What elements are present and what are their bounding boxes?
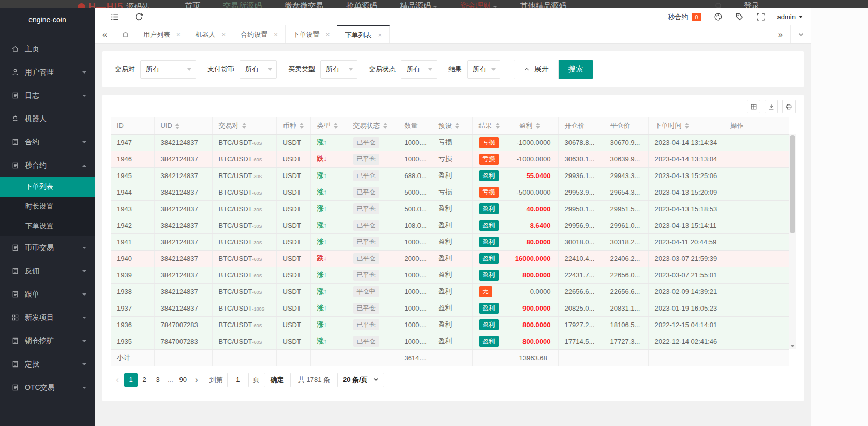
site-nav-item[interactable]: 微盘微交易: [285, 1, 323, 8]
table-row: 19473842124837BTC/USDT-60SUSDT涨↑已平仓1000.…: [111, 134, 789, 151]
column-header-类型[interactable]: 类型: [310, 117, 347, 134]
column-header-结果[interactable]: 结果: [472, 117, 513, 134]
sidebar-item-主页[interactable]: 主页: [0, 37, 95, 61]
tabs-menu-button[interactable]: [790, 25, 811, 43]
scrollbar-thumb[interactable]: [790, 135, 795, 233]
site-nav-item[interactable]: 首页: [185, 1, 200, 8]
refresh-icon[interactable]: [134, 12, 143, 21]
tab-合约设置[interactable]: 合约设置×: [233, 25, 286, 43]
chevron-down-icon: [268, 68, 272, 71]
tab-下单设置[interactable]: 下单设置×: [286, 25, 338, 43]
sidebar-item-label: 秒合约: [25, 161, 82, 170]
cell-amount: 1000....: [398, 151, 432, 167]
sort-icon[interactable]: [383, 123, 387, 129]
sidebar-subitem-下单列表[interactable]: 下单列表: [0, 177, 95, 197]
sidebar-subitem-下单设置[interactable]: 下单设置: [0, 216, 95, 236]
site-nav-item[interactable]: 资金理财: [460, 1, 497, 8]
search-icon[interactable]: [714, 2, 723, 8]
sort-icon[interactable]: [334, 123, 338, 129]
close-icon[interactable]: ×: [378, 31, 382, 39]
sort-icon[interactable]: [455, 123, 459, 129]
tab-下单列表[interactable]: 下单列表×: [337, 25, 390, 43]
sort-icon[interactable]: [300, 123, 304, 129]
sidebar-item-反佣[interactable]: 反佣: [0, 259, 95, 283]
fullscreen-icon[interactable]: [756, 12, 765, 21]
sidebar-item-合约[interactable]: 合约: [0, 130, 95, 154]
goto-confirm-button[interactable]: 确定: [264, 373, 291, 387]
sidebar-item-定投[interactable]: 定投: [0, 352, 95, 376]
sidebar-item-label: 新发项目: [25, 313, 82, 322]
sort-icon[interactable]: [242, 123, 246, 129]
site-login-link[interactable]: 登录: [744, 1, 759, 8]
prev-page-button[interactable]: ‹: [111, 373, 124, 387]
cell-status: 已平仓: [347, 134, 398, 151]
filter-select-支付货币[interactable]: 所有: [240, 60, 277, 79]
page-button-3[interactable]: 3: [151, 373, 164, 387]
page-button-90[interactable]: 90: [176, 373, 190, 387]
cell-amount: 688.0...: [398, 167, 432, 184]
site-nav-item[interactable]: 抢单源码: [346, 1, 377, 8]
close-icon[interactable]: ×: [176, 31, 181, 38]
sidebar-item-机器人[interactable]: 机器人: [0, 107, 95, 130]
page-button-2[interactable]: 2: [138, 373, 151, 387]
home-tab[interactable]: [115, 25, 136, 43]
sort-icon[interactable]: [536, 123, 540, 129]
site-nav-item[interactable]: 其他精品源码: [520, 1, 566, 8]
sort-icon[interactable]: [685, 123, 689, 129]
table-row: 19393842124837BTC/USDT-60SUSDT涨↑已平仓1000.…: [111, 267, 789, 283]
sidebar-item-新发项目[interactable]: 新发项目: [0, 306, 95, 329]
notice-button[interactable]: 秒合约 0: [668, 12, 701, 22]
user-menu[interactable]: admin: [777, 13, 803, 21]
column-header-盈利[interactable]: 盈利: [513, 117, 558, 134]
cell-time: 2023-04-13 15:25:06: [648, 167, 724, 184]
filter-select-结果[interactable]: 所有: [467, 60, 500, 79]
scrollbar-down-button[interactable]: [789, 343, 796, 349]
close-icon[interactable]: ×: [274, 31, 278, 38]
column-header-下单时间[interactable]: 下单时间: [648, 117, 724, 134]
tabs-scroll-left-button[interactable]: «: [95, 25, 115, 43]
column-header-交易对[interactable]: 交易对: [212, 117, 276, 134]
sidebar-subitem-时长设置[interactable]: 时长设置: [0, 197, 95, 216]
tag-icon[interactable]: [735, 12, 744, 21]
export-button[interactable]: [765, 100, 778, 113]
sidebar-item-币币交易[interactable]: 币币交易: [0, 236, 95, 259]
column-header-交易状态[interactable]: 交易状态: [347, 117, 398, 134]
next-page-button[interactable]: ›: [190, 373, 203, 387]
collapse-filters-button[interactable]: 展开: [514, 60, 559, 79]
site-nav-item[interactable]: 交易所源码: [223, 1, 262, 8]
tabs-scroll-right-button[interactable]: »: [770, 25, 790, 43]
sort-icon[interactable]: [175, 123, 179, 129]
sidebar-item-OTC交易[interactable]: OTC交易: [0, 376, 95, 399]
column-header-币种[interactable]: 币种: [276, 117, 310, 134]
filter-select-交易对[interactable]: 所有: [140, 60, 196, 79]
sidebar-item-锁仓挖矿[interactable]: 锁仓挖矿: [0, 329, 95, 352]
column-header-UID[interactable]: UID: [154, 117, 212, 134]
cell-profit: 0.0000: [513, 283, 558, 300]
goto-page-input[interactable]: [227, 373, 249, 387]
goto-prefix-label: 到第: [209, 375, 223, 385]
page-size-select[interactable]: 20 条/页: [337, 373, 384, 387]
sidebar-item-秒合约[interactable]: 秒合约: [0, 154, 95, 177]
close-icon[interactable]: ×: [326, 31, 330, 38]
cell-id: 1936: [111, 316, 154, 333]
collapse-menu-icon[interactable]: [110, 12, 119, 21]
filter-select-买卖类型[interactable]: 所有: [320, 60, 357, 79]
sort-icon[interactable]: [496, 123, 500, 129]
column-header-预设[interactable]: 预设: [432, 117, 472, 134]
close-icon[interactable]: ×: [222, 31, 226, 38]
filter-select-交易状态[interactable]: 所有: [401, 60, 437, 79]
search-button[interactable]: 搜索: [559, 60, 593, 79]
site-nav-item[interactable]: 精品源码: [400, 1, 437, 8]
tab-机器人[interactable]: 机器人×: [188, 25, 234, 43]
sidebar-item-用户管理[interactable]: 用户管理: [0, 61, 95, 84]
print-button[interactable]: [782, 100, 796, 113]
theme-palette-icon[interactable]: [714, 12, 723, 21]
sidebar-item-跟单[interactable]: 跟单: [0, 283, 95, 306]
page-button-1[interactable]: 1: [124, 373, 138, 387]
cell-coin: USDT: [276, 217, 310, 233]
filter-columns-button[interactable]: [747, 100, 760, 113]
table-scrollbar[interactable]: [789, 134, 796, 349]
file-icon: [11, 360, 19, 368]
sidebar-item-日志[interactable]: 日志: [0, 84, 95, 107]
tab-用户列表[interactable]: 用户列表×: [136, 25, 188, 43]
